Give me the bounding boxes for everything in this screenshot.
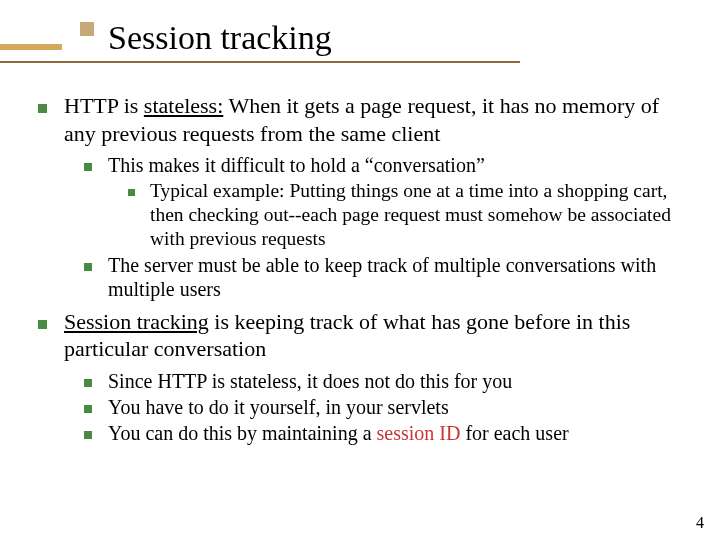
- text: You can do this by maintaining a: [108, 422, 377, 444]
- text: The server must be able to keep track of…: [108, 254, 656, 300]
- bullet-2: Session tracking is keeping track of wha…: [38, 308, 690, 446]
- bullet-list-level2: This makes it difficult to hold a “conve…: [64, 153, 690, 302]
- text: for each user: [460, 422, 568, 444]
- bullet-2b: You have to do it yourself, in your serv…: [84, 395, 690, 419]
- bullet-icon: [84, 431, 92, 439]
- text-underlined: Session tracking: [64, 309, 209, 334]
- title-accent-bar: [0, 44, 62, 50]
- slide-body: HTTP is stateless: When it gets a page r…: [38, 92, 690, 452]
- title-area: Session tracking: [38, 18, 680, 63]
- slide-title: Session tracking: [108, 18, 680, 57]
- text: HTTP is: [64, 93, 144, 118]
- bullet-list-level1: HTTP is stateless: When it gets a page r…: [38, 92, 690, 446]
- title-underline: [0, 61, 520, 63]
- text: When it gets a page request, it has: [223, 93, 534, 118]
- text-emphasis: no memory: [534, 93, 635, 118]
- text: Since HTTP is stateless, it does not do …: [108, 370, 512, 392]
- text: This makes it difficult to hold a “conve…: [108, 154, 485, 176]
- slide: Session tracking HTTP is stateless: When…: [0, 0, 720, 540]
- bullet-1: HTTP is stateless: When it gets a page r…: [38, 92, 690, 302]
- bullet-icon: [84, 405, 92, 413]
- bullet-list-level3: Typical example: Putting things one at a…: [108, 179, 690, 250]
- bullet-icon: [128, 189, 135, 196]
- title-accent-square: [80, 22, 94, 36]
- text-underlined: stateless:: [144, 93, 223, 118]
- bullet-icon: [38, 320, 47, 329]
- bullet-list-level2: Since HTTP is stateless, it does not do …: [64, 369, 690, 446]
- bullet-1a: This makes it difficult to hold a “conve…: [84, 153, 690, 251]
- bullet-2a: Since HTTP is stateless, it does not do …: [84, 369, 690, 393]
- bullet-1a1: Typical example: Putting things one at a…: [128, 179, 690, 250]
- text-highlight: session ID: [377, 422, 461, 444]
- text: Typical example: Putting things one at a…: [150, 180, 671, 249]
- bullet-icon: [38, 104, 47, 113]
- bullet-1b: The server must be able to keep track of…: [84, 253, 690, 302]
- bullet-icon: [84, 163, 92, 171]
- page-number: 4: [696, 514, 704, 532]
- bullet-icon: [84, 263, 92, 271]
- bullet-2c: You can do this by maintaining a session…: [84, 421, 690, 445]
- text: You have to do it yourself, in your serv…: [108, 396, 449, 418]
- bullet-icon: [84, 379, 92, 387]
